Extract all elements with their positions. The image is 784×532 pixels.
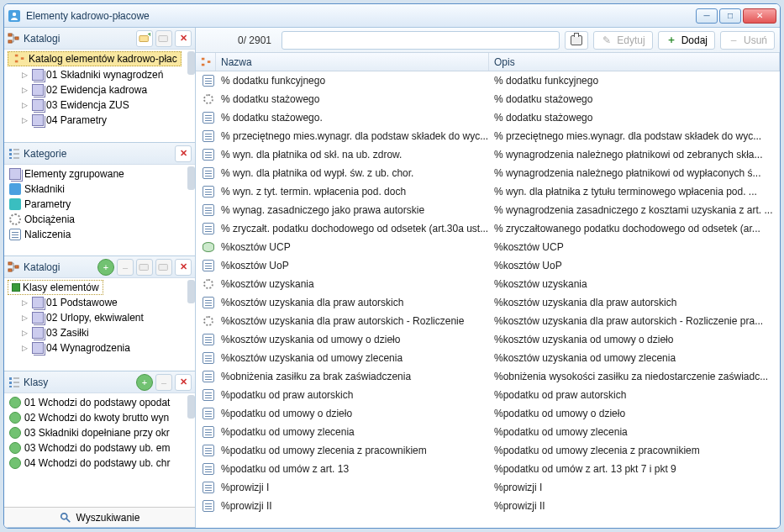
- new-folder-button[interactable]: +: [136, 30, 153, 47]
- add-button[interactable]: +: [97, 259, 114, 276]
- katalogi-2-close-button[interactable]: ✕: [175, 259, 192, 276]
- category-icon: [9, 183, 21, 195]
- expander-icon[interactable]: ▷: [19, 313, 29, 322]
- kategorie-item[interactable]: Obciążenia: [4, 212, 195, 227]
- klasy-item[interactable]: 03 Składniki dopełniane przy okr: [4, 425, 195, 440]
- scrollbar-thumb[interactable]: [187, 280, 195, 303]
- table-row[interactable]: %kosztów UCP%kosztów UCP: [196, 238, 780, 256]
- katalogi-2-item[interactable]: ▷02 Urlopy, ekwiwalent: [4, 310, 195, 325]
- table-row[interactable]: %podatku od umowy zlecenia%podatku od um…: [196, 423, 780, 441]
- table-row[interactable]: %prowizji I%prowizji I: [196, 478, 780, 497]
- column-nazwa-header[interactable]: Nazwa: [216, 53, 489, 71]
- table-row[interactable]: %kosztów uzyskania%kosztów uzyskania: [196, 275, 780, 293]
- close-button[interactable]: ✕: [743, 8, 776, 24]
- table-row[interactable]: %podatku od umowy o dzieło%podatku od um…: [196, 404, 780, 423]
- add-button-toolbar[interactable]: ＋ Dodaj: [658, 31, 715, 50]
- expander-icon[interactable]: ▷: [19, 86, 29, 94]
- klasy-close-button[interactable]: ✕: [175, 374, 192, 391]
- row-icon-cell: [196, 260, 216, 271]
- kategorie-item[interactable]: Parametry: [4, 197, 195, 212]
- column-opis-header[interactable]: Opis: [489, 53, 780, 71]
- table-row[interactable]: %podatku od umów z art. 13%podatku od um…: [196, 460, 780, 478]
- klasy-remove-button[interactable]: –: [155, 374, 172, 391]
- kategorie-item[interactable]: Naliczenia: [4, 227, 195, 242]
- expander-icon[interactable]: ▷: [19, 344, 29, 352]
- delete-button-toolbar[interactable]: – Usuń: [720, 31, 775, 50]
- katalogi-2-item[interactable]: ▷01 Podstawowe: [4, 295, 195, 310]
- titlebar: Elementy kadrowo-płacowe ─ □ ✕: [4, 4, 780, 28]
- table-row[interactable]: % przeciętnego mies.wynagr. dla podstaw …: [196, 127, 780, 145]
- table-row[interactable]: % dodatku funkcyjnego% dodatku funkcyjne…: [196, 71, 780, 90]
- open-folder-button-2[interactable]: [155, 259, 172, 276]
- expander-icon[interactable]: ▷: [19, 329, 29, 337]
- tree-item-label: 04 Wynagrodzenia: [46, 342, 130, 354]
- klasy-item[interactable]: 04 Wchodzi do podstawy ub. chr: [4, 456, 195, 471]
- open-folder-button[interactable]: [155, 30, 172, 47]
- scrollbar-thumb[interactable]: [187, 51, 195, 75]
- svg-rect-21: [9, 386, 12, 387]
- print-button[interactable]: [565, 31, 588, 50]
- table-row[interactable]: %prowizji II%prowizji II: [196, 497, 780, 515]
- kategorie-close-button[interactable]: ✕: [175, 145, 192, 162]
- pencil-icon: ✎: [601, 34, 613, 46]
- katalogi-1-item[interactable]: ▷03 Ewidencja ZUS: [4, 97, 195, 113]
- table-body[interactable]: % dodatku funkcyjnego% dodatku funkcyjne…: [196, 71, 780, 528]
- katalogi-2-item[interactable]: ▷04 Wynagrodzenia: [4, 340, 195, 356]
- katalogi-2-root[interactable]: Klasy elementów: [8, 280, 103, 295]
- minimize-button[interactable]: ─: [696, 8, 718, 24]
- table-row[interactable]: %obniżenia zasiłku za brak zaświadczenia…: [196, 367, 780, 386]
- katalogi-1-item[interactable]: ▷02 Ewidencja kadrowa: [4, 82, 195, 97]
- edit-button[interactable]: ✎ Edytuj: [593, 31, 652, 50]
- table-row[interactable]: %kosztów UoP%kosztów UoP: [196, 256, 780, 275]
- edit-label: Edytuj: [617, 34, 645, 46]
- maximize-button[interactable]: □: [719, 8, 741, 24]
- remove-button[interactable]: –: [117, 259, 134, 276]
- kategorie-item[interactable]: Elementy zgrupowane: [4, 166, 195, 182]
- expander-icon[interactable]: ▷: [19, 101, 29, 109]
- kategorie-item[interactable]: Składniki: [4, 182, 195, 197]
- delete-button[interactable]: ✕: [175, 30, 192, 47]
- row-icon-cell: [196, 463, 216, 475]
- scrollbar-thumb[interactable]: [187, 166, 195, 190]
- table-row[interactable]: %podatku od praw autorskich%podatku od p…: [196, 386, 780, 404]
- row-nazwa-cell: % wynag. zasadniczego jako prawa autorsk…: [216, 204, 489, 216]
- table-row[interactable]: % wyn. dla płatnika od wypł. św. z ub. c…: [196, 164, 780, 182]
- search-icon: [60, 512, 71, 524]
- list-item-label: 04 Wchodzi do podstawy ub. chr: [24, 457, 170, 469]
- katalogi-1-item[interactable]: ▷04 Parametry: [4, 113, 195, 128]
- dot-icon: [9, 397, 21, 408]
- doc-icon: [203, 389, 214, 401]
- table-row[interactable]: %podatku od umowy zlecenia z pracownikie…: [196, 441, 780, 460]
- table-row[interactable]: % zryczałt. podatku dochodowego od odset…: [196, 219, 780, 238]
- table-row[interactable]: %kosztów uzyskania od umowy o dzieło%kos…: [196, 330, 780, 349]
- dot-icon: [9, 412, 21, 424]
- expander-icon[interactable]: ▷: [19, 298, 29, 307]
- table-row[interactable]: % dodatku stażowego% dodatku stażowego: [196, 90, 780, 108]
- katalogi-2-item[interactable]: ▷03 Zasiłki: [4, 325, 195, 340]
- column-icon-header[interactable]: [196, 53, 216, 71]
- katalogi-1-item[interactable]: ▷01 Składniki wynagrodzeń: [4, 67, 195, 82]
- panel-klasy-body: 01 Wchodzi do podstawy opodat02 Wchodzi …: [4, 393, 195, 507]
- katalogi-1-root[interactable]: Katalog elementów kadrowo-płac: [8, 51, 182, 66]
- row-nazwa-cell: %podatku od umowy zlecenia z pracownikie…: [216, 445, 489, 456]
- expander-icon[interactable]: ▷: [19, 116, 29, 124]
- klasy-add-button[interactable]: +: [136, 374, 153, 391]
- table-row[interactable]: % wynag. zasadniczego jako prawa autorsk…: [196, 201, 780, 219]
- expander-icon[interactable]: ▷: [19, 71, 29, 79]
- row-nazwa-cell: %obniżenia zasiłku za brak zaświadczenia: [216, 371, 489, 382]
- table-row[interactable]: %kosztów uzyskania dla praw autorskich -…: [196, 312, 780, 330]
- klasy-item[interactable]: 03 Wchodzi do podstawy ub. em: [4, 440, 195, 456]
- klasy-item[interactable]: 01 Wchodzi do podstawy opodat: [4, 395, 195, 410]
- table-row[interactable]: % dodatku stażowego.% dodatku stażowego: [196, 108, 780, 127]
- row-nazwa-cell: % przeciętnego mies.wynagr. dla podstaw …: [216, 130, 489, 142]
- table-row[interactable]: %kosztów uzyskania dla praw autorskich%k…: [196, 293, 780, 312]
- scrollbar-thumb[interactable]: [187, 395, 195, 419]
- table-row[interactable]: %kosztów uzyskania od umowy zlecenia%kos…: [196, 349, 780, 367]
- svg-rect-2: [8, 34, 12, 36]
- table-row[interactable]: % wyn. z tyt. termin. wpłacenia pod. doc…: [196, 182, 780, 201]
- klasy-item[interactable]: 02 Wchodzi do kwoty brutto wyn: [4, 410, 195, 425]
- search-bar[interactable]: Wyszukiwanie: [4, 507, 195, 527]
- table-row[interactable]: % wyn. dla płatnika od skł. na ub. zdrow…: [196, 145, 780, 164]
- new-folder-button-2[interactable]: [136, 259, 153, 276]
- filter-input[interactable]: [282, 31, 560, 50]
